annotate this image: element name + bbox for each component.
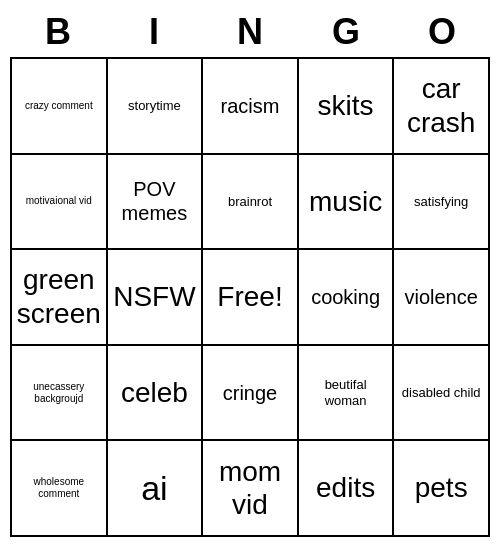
header-letter-I: I bbox=[106, 7, 202, 57]
bingo-cell-1: storytime bbox=[108, 59, 204, 155]
bingo-cell-14: violence bbox=[394, 250, 490, 346]
bingo-cell-8: music bbox=[299, 155, 395, 251]
bingo-cell-3: skits bbox=[299, 59, 395, 155]
header-letter-B: B bbox=[10, 7, 106, 57]
bingo-cell-5: motivaional vid bbox=[12, 155, 108, 251]
bingo-cell-2: racism bbox=[203, 59, 299, 155]
header-letter-O: O bbox=[394, 7, 490, 57]
bingo-header: BINGO bbox=[10, 7, 490, 57]
bingo-cell-13: cooking bbox=[299, 250, 395, 346]
bingo-cell-9: satisfying bbox=[394, 155, 490, 251]
bingo-cell-17: cringe bbox=[203, 346, 299, 442]
bingo-cell-11: NSFW bbox=[108, 250, 204, 346]
bingo-cell-4: car crash bbox=[394, 59, 490, 155]
bingo-cell-23: edits bbox=[299, 441, 395, 537]
bingo-cell-0: crazy comment bbox=[12, 59, 108, 155]
bingo-cell-16: celeb bbox=[108, 346, 204, 442]
bingo-cell-6: POV memes bbox=[108, 155, 204, 251]
header-letter-G: G bbox=[298, 7, 394, 57]
bingo-card: BINGO crazy commentstorytimeracismskitsc… bbox=[10, 7, 490, 537]
bingo-cell-18: beutifal woman bbox=[299, 346, 395, 442]
header-letter-N: N bbox=[202, 7, 298, 57]
bingo-cell-22: mom vid bbox=[203, 441, 299, 537]
bingo-cell-24: pets bbox=[394, 441, 490, 537]
bingo-cell-21: ai bbox=[108, 441, 204, 537]
bingo-cell-15: unecassery backgroujd bbox=[12, 346, 108, 442]
bingo-cell-10: green screen bbox=[12, 250, 108, 346]
bingo-cell-19: disabled child bbox=[394, 346, 490, 442]
bingo-cell-12: Free! bbox=[203, 250, 299, 346]
bingo-cell-20: wholesome comment bbox=[12, 441, 108, 537]
bingo-cell-7: brainrot bbox=[203, 155, 299, 251]
bingo-grid: crazy commentstorytimeracismskitscar cra… bbox=[10, 57, 490, 537]
